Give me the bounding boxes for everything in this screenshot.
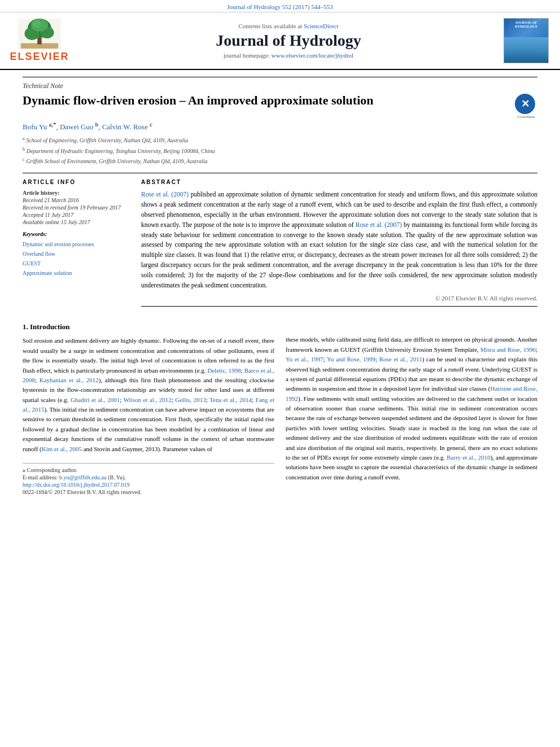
journal-title-main: Journal of Hydrology	[73, 32, 504, 50]
sciencedirect-label: Contents lists available at ScienceDirec…	[73, 23, 504, 29]
abstract-heading: ABSTRACT	[141, 179, 537, 185]
body-col-left: 1. Introduction Soil erosion and sedimen…	[23, 322, 274, 496]
authors-line: Bofu Yu a,*, Dawei Guo b, Calvin W. Rose…	[23, 121, 537, 132]
journal-homepage: journal homepage: www.elsevier.com/locat…	[73, 52, 504, 59]
keywords-section: Keywords: Dynamic soil erosion processes…	[23, 231, 130, 278]
affiliation-b: b Department of Hydraulic Engineering, T…	[23, 146, 537, 156]
keywords-label: Keywords:	[23, 231, 130, 237]
body-col-right: these models, while calibrated using fie…	[286, 322, 537, 496]
elsevier-logo: ELSEVIER	[11, 19, 68, 63]
intro-paragraph-2: these models, while calibrated using fie…	[286, 335, 537, 482]
footnote-area: ⁎ Corresponding author. E-mail address: …	[23, 463, 274, 495]
elsevier-tree-icon	[17, 19, 62, 50]
abstract-panel: ABSTRACT Rose et al. (2007) published an…	[141, 179, 537, 313]
affiliations: a School of Engineering, Griffith Univer…	[23, 135, 537, 166]
svg-rect-2	[37, 38, 42, 44]
journal-cover: JOURNAL OFHYDROLOGY	[504, 18, 549, 63]
technical-note-label: Technical Note	[23, 77, 537, 90]
top-bar: Journal of Hydrology 552 (2017) 544–553	[0, 0, 560, 12]
email-line: E-mail address: b.yu@griffith.edu.au (B.…	[23, 474, 274, 480]
and-text: Stovin and Guymer, 2013	[94, 445, 158, 452]
sciencedirect-link[interactable]: ScienceDirect	[304, 23, 339, 29]
crossmark: ✕ CrossMark	[515, 94, 537, 116]
introduction-heading: 1. Introduction	[23, 322, 274, 331]
journal-ref: Journal of Hydrology 552 (2017) 544–553	[227, 3, 333, 10]
abstract-text: Rose et al. (2007) published an approxim…	[141, 190, 537, 290]
svg-point-7	[33, 20, 41, 28]
keywords-list: Dynamic soil erosion processes Overland …	[23, 239, 130, 278]
elsevier-brand-text: ELSEVIER	[10, 51, 69, 63]
email-link[interactable]: b.yu@griffith.edu.au	[59, 474, 107, 480]
journal-header: ELSEVIER Contents lists available at Sci…	[0, 12, 560, 70]
copyright-line: © 2017 Elsevier B.V. All rights reserved…	[141, 295, 537, 307]
issn-line: 0022-1694/© 2017 Elsevier B.V. All right…	[23, 489, 274, 495]
affiliation-c: c Griffith School of Environment, Griffi…	[23, 156, 537, 166]
article-history: Article history: Received 21 March 2016 …	[23, 190, 130, 225]
article-info-heading: ARTICLE INFO	[23, 179, 130, 185]
doi-link[interactable]: http://dx.doi.org/10.1016/j.jhydrol.2017…	[23, 482, 130, 488]
affiliation-a: a School of Engineering, Griffith Univer…	[23, 135, 537, 145]
article-info-panel: ARTICLE INFO Article history: Received 2…	[23, 179, 130, 313]
homepage-link[interactable]: www.elsevier.com/locate/jhydrol	[272, 52, 353, 59]
article-title: Dynamic flow-driven erosion – An improve…	[23, 93, 509, 109]
corresponding-author: ⁎ Corresponding author.	[23, 467, 274, 473]
intro-paragraph-1: Soil erosion and sediment delivery are h…	[23, 336, 274, 454]
journal-cover-title: JOURNAL OFHYDROLOGY	[515, 21, 537, 28]
journal-center-header: Contents lists available at ScienceDirec…	[73, 23, 504, 59]
